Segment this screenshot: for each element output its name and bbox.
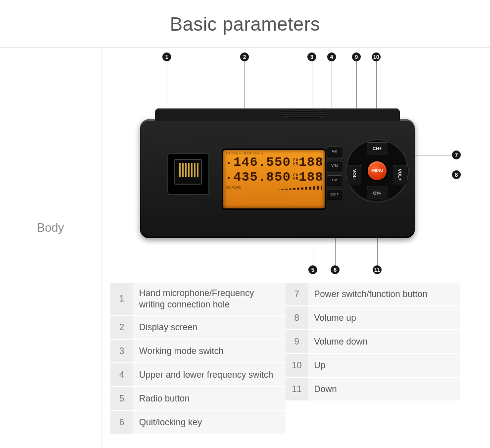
- content: 1 2 3 4 9 10 7 8 5 6 11: [101, 48, 490, 448]
- legend-text: Upper and lower frequency switch: [133, 363, 286, 386]
- main-layout: Body 1 2 3 4 9 10 7 8 5 6 11: [0, 48, 490, 448]
- legend-row: 8Volume up: [286, 306, 461, 330]
- callout-10: 10: [372, 52, 381, 61]
- leader-line: [408, 175, 452, 175]
- legend-num: 4: [110, 363, 133, 386]
- callout-5: 5: [308, 265, 317, 274]
- screen-bottom-row: HL FUNC: [223, 185, 325, 191]
- volume-down-button: VOL-: [347, 165, 361, 185]
- legend-col-left: 1Hand microphone/Frequency writing conne…: [110, 283, 286, 435]
- callout-7: 7: [452, 150, 461, 159]
- device-top-edge: [155, 108, 400, 121]
- legend-row: 11Down: [286, 378, 461, 401]
- dpad-panel: CH+ CH- VOL- VOL+ MENU: [345, 139, 409, 202]
- callout-11: 11: [373, 265, 382, 274]
- screen-bot-label: HL FUNC: [226, 186, 241, 190]
- legend-num: 9: [286, 330, 308, 353]
- legend-num: 10: [286, 354, 308, 377]
- volume-up-button: VOL+: [393, 165, 407, 185]
- fm-button: FM: [327, 175, 342, 185]
- freq2-value: 435.850: [233, 170, 291, 185]
- freq2-subtones: 7525: [293, 173, 299, 182]
- legend-num: 6: [110, 411, 133, 434]
- channel-down-button: CH-: [367, 187, 388, 199]
- signal-bars-icon: [277, 186, 322, 190]
- radio-device-illustration: CT DCS + - R DR VOX N ▸ 146.550 7525 188…: [140, 119, 415, 238]
- legend-text: Power switch/function button: [308, 283, 461, 305]
- speaker-vent-icon: [279, 109, 328, 118]
- legend-text: Display screen: [133, 316, 286, 339]
- legend-text: Quit/locking key: [133, 411, 286, 434]
- freq1-subtones: 7525: [293, 158, 299, 167]
- display-screen: CT DCS + - R DR VOX N ▸ 146.550 7525 188…: [223, 150, 325, 208]
- callout-4: 4: [327, 52, 336, 61]
- microphone-port: [167, 153, 209, 195]
- legend-text: Working mode switch: [133, 340, 286, 362]
- legend-num: 3: [110, 340, 133, 362]
- section-label: Body: [0, 221, 101, 235]
- side-button-column: A/B V/M FM EXIT: [327, 147, 342, 204]
- legend-text: Volume down: [308, 330, 461, 353]
- callout-3: 3: [307, 52, 316, 61]
- legend-num: 5: [110, 387, 133, 410]
- legend-row: 5Radio button: [110, 387, 286, 411]
- legend-col-right: 7Power switch/function button 8Volume up…: [286, 283, 461, 435]
- freq1-value: 146.550: [233, 155, 291, 170]
- legend-num: 8: [286, 306, 308, 329]
- legend-text: Hand microphone/Frequency writing connec…: [133, 283, 286, 315]
- channel-up-button: CH+: [367, 142, 388, 155]
- ab-button: A/B: [327, 147, 342, 156]
- legend-text: Down: [308, 378, 461, 400]
- legend-table: 1Hand microphone/Frequency writing conne…: [110, 283, 460, 435]
- page-title: Basic parameters: [0, 0, 490, 47]
- callout-8: 8: [452, 170, 461, 179]
- legend-row: 10Up: [286, 354, 461, 378]
- exit-button: EXIT: [327, 190, 342, 199]
- legend-num: 2: [110, 316, 133, 339]
- screen-indicators: CT DCS + - R DR VOX N: [223, 150, 325, 155]
- arrow-icon: ▸: [227, 173, 232, 182]
- callout-6: 6: [331, 265, 340, 274]
- callout-2: 2: [240, 52, 249, 61]
- callout-1: 1: [162, 52, 171, 61]
- callout-9: 9: [352, 52, 361, 61]
- legend-text: Up: [308, 354, 461, 377]
- legend-row: 3Working mode switch: [110, 340, 286, 363]
- menu-power-button: MENU: [368, 161, 387, 180]
- device-diagram: 1 2 3 4 9 10 7 8 5 6 11: [110, 48, 460, 283]
- frequency-line-1: ▸ 146.550 7525 188: [223, 155, 325, 170]
- legend-row: 7Power switch/function button: [286, 283, 461, 306]
- freq1-channel: 188: [298, 155, 323, 170]
- legend-num: 7: [286, 283, 308, 305]
- vm-button: V/M: [327, 161, 342, 171]
- legend-num: 11: [286, 378, 308, 400]
- freq2-channel: 188: [298, 170, 323, 185]
- arrow-icon: ▸: [227, 158, 232, 167]
- sidebar: Body: [0, 48, 101, 448]
- rj45-connector-icon: [174, 159, 202, 185]
- legend-row: 2Display screen: [110, 316, 286, 340]
- legend-row: 6Quit/locking key: [110, 411, 286, 435]
- legend-num: 1: [110, 283, 133, 315]
- legend-row: 9Volume down: [286, 330, 461, 354]
- frequency-line-2: ▸ 435.850 7525 188: [223, 170, 325, 185]
- legend-row: 1Hand microphone/Frequency writing conne…: [110, 283, 286, 316]
- legend-row: 4Upper and lower frequency switch: [110, 363, 286, 387]
- legend-text: Volume up: [308, 306, 461, 329]
- legend-text: Radio button: [133, 387, 286, 410]
